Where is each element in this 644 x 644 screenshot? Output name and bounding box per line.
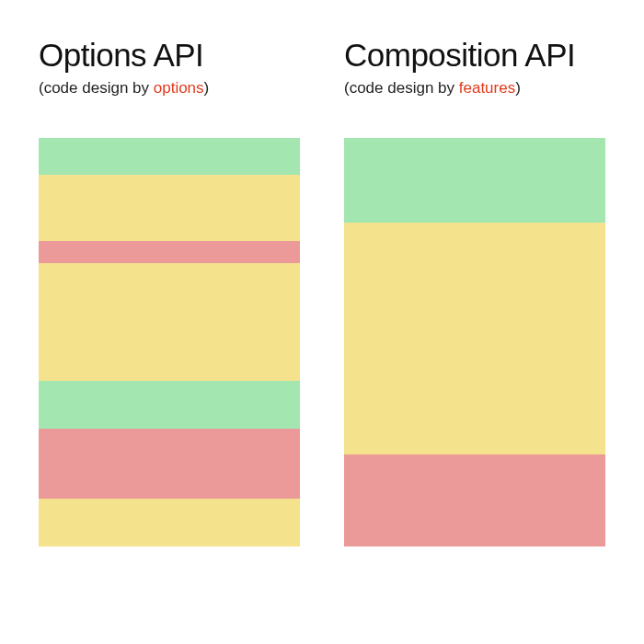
composition-api-subtitle: (code design by features) — [344, 79, 605, 98]
code-block-red — [39, 429, 300, 499]
subtitle-highlight: options — [154, 79, 204, 97]
subtitle-post: ) — [515, 79, 521, 97]
code-block-green — [344, 138, 605, 223]
subtitle-highlight: features — [459, 79, 515, 97]
code-block-green — [39, 138, 300, 175]
options-api-title: Options API — [39, 37, 300, 74]
diagram-columns: Options API (code design by options) Com… — [39, 37, 605, 546]
options-api-subtitle: (code design by options) — [39, 79, 300, 98]
code-block-green — [39, 381, 300, 429]
code-block-red — [344, 454, 605, 546]
code-block-red — [39, 241, 300, 263]
composition-api-title: Composition API — [344, 37, 605, 74]
composition-api-barstack — [344, 138, 605, 546]
code-block-yellow — [344, 223, 605, 454]
subtitle-pre: (code design by — [344, 79, 459, 97]
code-block-yellow — [39, 263, 300, 381]
subtitle-pre: (code design by — [39, 79, 154, 97]
options-api-barstack — [39, 138, 300, 546]
subtitle-post: ) — [204, 79, 210, 97]
composition-api-column: Composition API (code design by features… — [344, 37, 605, 546]
options-api-column: Options API (code design by options) — [39, 37, 300, 546]
code-block-yellow — [39, 175, 300, 241]
code-block-yellow — [39, 499, 300, 546]
